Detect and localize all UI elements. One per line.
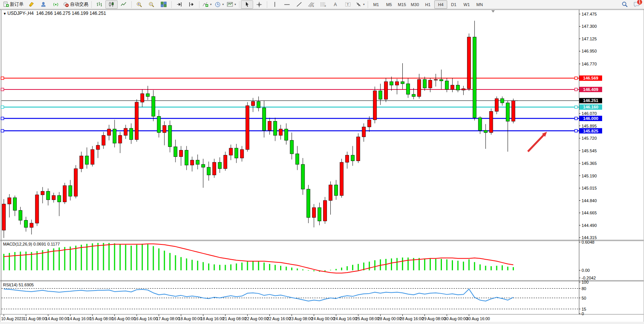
vertical-line-tool-button[interactable] — [269, 0, 281, 9]
hline-left-anchor[interactable] — [1, 106, 4, 109]
hline-right-anchor[interactable] — [575, 77, 577, 80]
macd-bar — [474, 262, 475, 270]
timeframe-M1[interactable]: M1 — [370, 0, 383, 9]
channel-tool-button[interactable]: E — [305, 0, 317, 9]
hline-left-anchor[interactable] — [1, 117, 4, 120]
candle-body — [163, 126, 166, 133]
macd-bar — [286, 267, 287, 270]
search-icon[interactable] — [622, 1, 628, 8]
time-tick-label: 18 Aug 00:00 — [179, 316, 202, 321]
timeframe-M30[interactable]: M30 — [408, 0, 421, 9]
macd-bar — [125, 245, 126, 270]
trendline-icon — [296, 2, 302, 7]
line-chart-button[interactable] — [118, 0, 130, 9]
bar-chart-button[interactable] — [93, 0, 105, 9]
chart-symbol-period: USDJPY-,H4 — [7, 11, 33, 16]
autotrade-button[interactable]: 自动交易 — [62, 0, 90, 9]
horizontal-line-tool-button[interactable] — [281, 0, 293, 9]
macd-bar — [92, 243, 93, 270]
candle-body — [462, 89, 465, 90]
template-icon — [227, 2, 233, 7]
notifications-button[interactable]: 1 — [633, 2, 640, 8]
hline-right-anchor[interactable] — [575, 88, 577, 91]
macd-bar — [263, 263, 265, 270]
candle-body — [185, 150, 188, 165]
auto-scroll-button[interactable] — [173, 0, 185, 9]
macd-bar — [120, 244, 121, 270]
macd-main-value: 0.0691 — [33, 242, 46, 246]
templates-button[interactable]: ▾ — [225, 0, 238, 9]
fibonacci-tool-button[interactable]: F — [317, 0, 330, 9]
candle-chart-button[interactable] — [105, 0, 118, 9]
time-tick-label: 23 Aug 08:00 — [289, 316, 313, 321]
timeframe-group: M1M5M15M30H1H4D1W1MN — [370, 0, 486, 9]
styler-button[interactable] — [25, 0, 37, 9]
toolbar-separator — [171, 1, 172, 8]
arrows-tool-button[interactable]: ▾ — [354, 0, 366, 9]
time-tick-label: 25 Aug 08:00 — [355, 316, 379, 321]
crosshair-tool-button[interactable] — [253, 0, 265, 9]
zoom-in-icon — [136, 2, 142, 8]
crosshair-icon — [256, 2, 262, 8]
timeframe-M15[interactable]: M15 — [395, 0, 408, 9]
macd-bar — [153, 246, 154, 270]
rsi-value: 51.6905 — [19, 283, 34, 287]
text-label-tool-button[interactable]: T — [342, 0, 354, 9]
trading-platform-window: 新订单 自动交易 — [0, 0, 644, 324]
macd-bar — [197, 261, 198, 270]
candle-body — [157, 116, 161, 132]
tile-windows-button[interactable] — [158, 0, 170, 9]
candle-body — [212, 162, 216, 175]
macd-bar — [330, 270, 331, 270]
macd-bar — [485, 266, 486, 270]
dropdown-caret: ▾ — [222, 3, 224, 6]
macd-bar — [302, 270, 303, 270]
timeframe-M5[interactable]: M5 — [383, 0, 395, 9]
zoom-out-button[interactable] — [145, 0, 158, 9]
timeframe-menu-button[interactable]: ▾ — [213, 0, 225, 9]
toolbar-separator — [267, 1, 267, 8]
timeframe-W1[interactable]: W1 — [460, 0, 473, 9]
hline-left-anchor[interactable] — [1, 129, 4, 132]
macd-bar — [336, 269, 337, 270]
symbol-dropdown-arrow[interactable]: ▼ — [3, 12, 7, 16]
macd-bar — [147, 244, 148, 270]
candle-body — [52, 196, 55, 200]
line-chart-icon — [121, 2, 127, 7]
macd-bar — [369, 262, 370, 270]
ohlc-high: 146.275 — [54, 11, 70, 16]
indicators-button[interactable]: ▾ — [201, 0, 213, 9]
timeframe-H4[interactable]: H4 — [434, 0, 447, 9]
candle-body — [41, 191, 44, 195]
zoom-out-icon — [148, 2, 155, 8]
macd-bar — [97, 243, 99, 270]
arrow-objects-icon — [355, 2, 362, 7]
zoom-in-button[interactable] — [133, 0, 145, 9]
timeframe-MN[interactable]: MN — [473, 0, 486, 9]
hline-left-anchor[interactable] — [1, 88, 4, 91]
macd-bar — [258, 262, 259, 270]
macd-signal-value: 0.1177 — [47, 242, 60, 246]
cursor-tool-button[interactable] — [241, 0, 253, 9]
horizontal-line-icon — [284, 2, 290, 7]
new-order-button[interactable]: 新订单 — [2, 0, 25, 9]
candle-body — [307, 189, 310, 217]
candle-body — [124, 128, 128, 136]
timeframe-D1[interactable]: D1 — [447, 0, 460, 9]
candle-body — [379, 91, 382, 99]
timeframe-H1[interactable]: H1 — [421, 0, 434, 9]
profiles-button[interactable] — [37, 0, 49, 9]
hline-right-anchor[interactable] — [575, 129, 577, 132]
text-tool-button[interactable]: A — [330, 0, 342, 9]
chart-shift-button[interactable] — [185, 0, 198, 9]
hline-left-anchor[interactable] — [1, 77, 4, 80]
macd-bar — [469, 259, 470, 270]
candle-body — [19, 211, 22, 220]
price-chart-canvas[interactable]: 147.475147.300147.125146.950146.770146.0… — [0, 9, 644, 324]
macd-bar — [142, 244, 143, 270]
hline-right-anchor[interactable] — [575, 117, 577, 120]
hline-right-anchor[interactable] — [575, 106, 577, 109]
signal-button[interactable] — [49, 0, 62, 9]
trendline-tool-button[interactable] — [293, 0, 305, 9]
candle-body — [296, 154, 299, 164]
